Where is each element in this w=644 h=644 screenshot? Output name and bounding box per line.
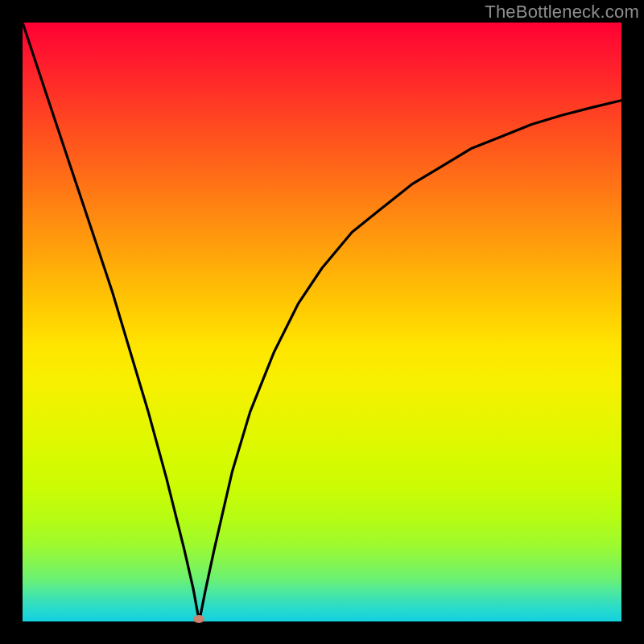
plot-area — [23, 23, 621, 621]
watermark-text: TheBottleneck.com — [485, 2, 639, 23]
optimal-point-marker — [193, 615, 204, 623]
bottleneck-curve — [23, 23, 621, 621]
chart-frame: TheBottleneck.com — [0, 0, 644, 644]
